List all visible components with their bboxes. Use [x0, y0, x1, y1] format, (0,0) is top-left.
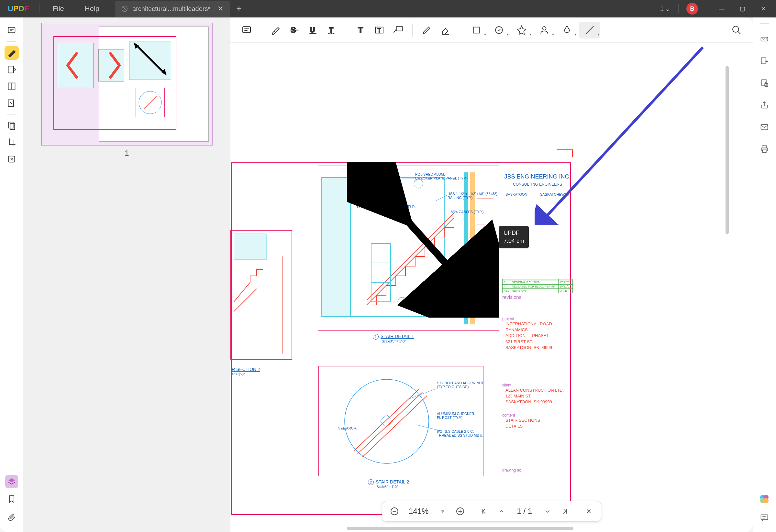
project-label: project — [502, 317, 573, 321]
signature-tool[interactable]: ▾ — [534, 22, 555, 38]
svg-point-39 — [398, 297, 407, 306]
chat-icon[interactable] — [758, 511, 771, 524]
menu-file[interactable]: File — [42, 5, 74, 13]
next-page-button[interactable] — [542, 506, 553, 517]
svg-text:CHECKER PLATE PANEL (TYP.): CHECKER PLATE PANEL (TYP.) — [415, 176, 467, 180]
drawing-no-label: drawing no. — [502, 468, 573, 473]
stamp-tool[interactable]: ▾ — [489, 22, 509, 38]
convert-icon[interactable] — [758, 55, 771, 68]
svg-text:HSS 1-1/2"x1-1/2"x1/8" (38x38): HSS 1-1/2"x1-1/2"x1/8" (38x38) — [447, 192, 498, 196]
thumbnail-panel: 1 — [23, 17, 230, 532]
document-canvas[interactable]: POLISHED ALUM. CHECKER PLATE PANEL (TYP.… — [230, 43, 753, 532]
tab-close-icon[interactable]: ✕ — [217, 5, 223, 13]
ocr-icon[interactable]: OCR — [758, 33, 771, 46]
zoom-out-button[interactable] — [389, 506, 400, 517]
pin-tool[interactable]: ▾ — [511, 22, 532, 38]
maximize-button[interactable]: ▢ — [735, 2, 750, 15]
city2: SASKATCHEWAN — [540, 193, 570, 196]
svg-text:OCR: OCR — [762, 38, 768, 41]
comment-tool-icon[interactable] — [5, 23, 19, 37]
attachment-icon[interactable] — [5, 510, 19, 524]
svg-text:ELEV. 11'-0" TOP OF SECOND FLR: ELEV. 11'-0" TOP OF SECOND FLR. — [357, 205, 416, 209]
svg-point-79 — [763, 498, 769, 503]
organize-icon[interactable] — [5, 118, 19, 132]
new-tab-button[interactable]: + — [230, 4, 248, 14]
bookmark-icon[interactable] — [5, 492, 19, 506]
protect-icon[interactable] — [758, 77, 771, 89]
print-icon[interactable] — [758, 143, 771, 156]
close-button[interactable]: ✕ — [755, 2, 771, 15]
text-tool[interactable]: T — [352, 22, 369, 38]
revisions-label: revisions — [502, 294, 573, 300]
svg-text:POLISHED ALUM.: POLISHED ALUM. — [415, 172, 445, 176]
squiggly-tool[interactable]: T — [323, 22, 340, 38]
stair-detail-2-scale: Scale3" = 1'-0" — [377, 485, 398, 489]
main-area: S U T T T ▾ ▾ ▾ ▾ ▾ ▾ — [230, 17, 753, 532]
shape-tool[interactable]: ▾ — [466, 22, 487, 38]
last-page-button[interactable] — [559, 506, 571, 517]
horizontal-scrollbar[interactable] — [347, 527, 573, 530]
svg-text:8/24 CABLES (TYP.): 8/24 CABLES (TYP.) — [451, 210, 483, 214]
svg-point-26 — [733, 26, 739, 32]
callout-tool[interactable] — [390, 22, 406, 38]
note-tool[interactable] — [238, 22, 255, 38]
svg-text:THREADED SS STUD MB & S.S. NUT: THREADED SS STUD MB & S.S. NUT — [437, 433, 484, 437]
ink-tool[interactable]: ▾ — [557, 22, 577, 38]
svg-text:S.S. BOLT AND ACORN NUT: S.S. BOLT AND ACORN NUT — [437, 381, 484, 385]
svg-rect-23 — [473, 27, 479, 33]
measure-tool[interactable]: ▾ — [579, 22, 600, 38]
underline-tool[interactable]: U — [305, 22, 321, 38]
svg-point-25 — [543, 26, 546, 30]
svg-rect-4 — [12, 83, 15, 90]
first-page-button[interactable] — [478, 506, 490, 517]
svg-text:SEE ARCH.: SEE ARCH. — [338, 426, 357, 430]
textbox-tool[interactable]: T — [371, 22, 388, 38]
highlight-tool-icon[interactable] — [5, 46, 19, 60]
crop-tool-icon[interactable] — [5, 135, 19, 150]
svg-rect-1 — [8, 27, 15, 33]
stair-detail-1-scale: Scale3/8" = 1'-0" — [382, 339, 406, 343]
svg-point-38 — [414, 179, 423, 188]
fill-tool-icon[interactable] — [5, 96, 19, 110]
document-tab[interactable]: architectural...multileaders* ✕ — [115, 1, 230, 17]
zoom-level: 141% — [406, 507, 431, 516]
svg-text:T: T — [329, 26, 333, 34]
menu-help[interactable]: Help — [74, 5, 110, 13]
svg-rect-49 — [234, 234, 266, 260]
svg-text:T: T — [358, 25, 363, 35]
eraser-tool[interactable] — [437, 22, 454, 38]
zoom-dropdown[interactable]: ▾ — [437, 506, 448, 517]
vertical-scrollbar[interactable] — [726, 66, 729, 234]
tab-label: architectural...multileaders* — [132, 5, 210, 13]
highlighter-tool[interactable] — [267, 22, 284, 38]
document-icon — [121, 5, 128, 12]
stair-detail-2-label: STAIR DETAIL 2 — [376, 479, 409, 485]
pencil-tool[interactable] — [418, 22, 435, 38]
svg-rect-80 — [761, 515, 768, 520]
layers-icon[interactable] — [5, 475, 18, 488]
app-logo: UPDF — [0, 4, 37, 13]
pages-tool-icon[interactable] — [5, 79, 19, 93]
svg-rect-73 — [762, 146, 767, 148]
minimize-button[interactable]: — — [714, 2, 729, 15]
svg-text:ALUMINUM CHECKER: ALUMINUM CHECKER — [437, 412, 474, 416]
svg-text:8/24 S.S CABLE 2-0 C.: 8/24 S.S CABLE 2-0 C. — [437, 430, 474, 433]
company-name: JBS ENGINEERING INC. — [502, 173, 573, 180]
page-control-bar: 141% ▾ 1 / 1 ✕ — [382, 501, 601, 522]
page-thumbnail[interactable] — [41, 23, 213, 146]
ai-assistant-icon[interactable] — [759, 493, 770, 505]
section-2-label: R SECTION 2 — [232, 367, 260, 372]
prev-page-button[interactable] — [496, 506, 507, 517]
redact-tool-icon[interactable] — [5, 152, 19, 166]
zoom-in-button[interactable] — [454, 506, 466, 517]
edit-tool-icon[interactable] — [5, 62, 19, 77]
window-count-dropdown[interactable]: 1⌄ — [660, 5, 670, 13]
svg-rect-31 — [371, 244, 391, 263]
share-icon[interactable] — [758, 99, 771, 111]
close-pagebar-button[interactable]: ✕ — [583, 506, 594, 517]
search-icon[interactable] — [728, 22, 745, 38]
strikethrough-tool[interactable]: S — [286, 22, 303, 38]
user-avatar[interactable]: B — [687, 3, 698, 15]
svg-rect-3 — [8, 83, 11, 90]
email-icon[interactable] — [758, 120, 771, 134]
